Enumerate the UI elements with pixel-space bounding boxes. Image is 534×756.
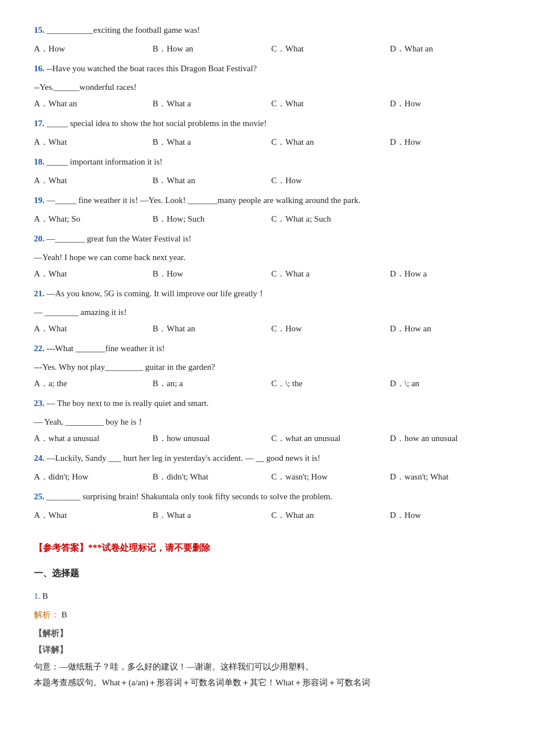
question-16: 16. --Have you watched the boat races th… [34, 61, 500, 76]
q22-optD: D．\; an [390, 376, 492, 391]
q16-options: A．What an B．What a C．What D．How [34, 96, 500, 111]
q18-optC: C．How [271, 173, 373, 188]
q24-optC: C．wasn't; How [271, 469, 373, 485]
question-18: 18. _____ important information it is! [34, 154, 500, 170]
question-15: 15. ___________exciting the football gam… [34, 23, 500, 38]
q19-optA: A．What; So [34, 211, 136, 227]
q15-options: A．How B．How an C．What D．What an [34, 41, 500, 57]
q20-optC: C．What a [271, 266, 373, 282]
q21-options: A．What B．What an C．How D．How an [34, 321, 500, 336]
q22-text: ---What _______fine weather it is! [47, 344, 165, 353]
q23-optC: C．what an unusual [271, 431, 373, 446]
question-21: 21. —As you know, 5G is coming. It will … [34, 286, 500, 301]
q17-text: _____ special idea to show the hot socia… [47, 119, 267, 128]
q18-options: A．What B．What an C．How [34, 173, 500, 188]
q16-subtext: --Yes.______wonderful races! [34, 80, 500, 95]
q19-optB: B．How; Such [153, 211, 254, 227]
q24-num: 24. [34, 453, 45, 463]
answer-section: 【参考答案】***试卷处理标记，请不要删除 一、选择题 1. B 解析： B 【… [34, 540, 500, 691]
q20-text: —_______ great fun the Water Festival is… [47, 234, 192, 243]
q21-optA: A．What [34, 321, 136, 336]
q18-text: _____ important information it is! [47, 157, 163, 166]
q15-optA: A．How [34, 41, 136, 57]
q17-optB: B．What a [153, 135, 254, 150]
bracket-label-2: 【详解】 [34, 645, 68, 654]
q22-optC: C．\; the [271, 376, 373, 391]
q19-optC: C．What a; Such [271, 211, 373, 227]
q22-num: 22. [34, 344, 45, 353]
question-23: 23. — The boy next to me is really quiet… [34, 396, 500, 411]
q18-num: 18. [34, 157, 45, 166]
q23-optD: D．how an unusual [390, 431, 492, 446]
q24-optD: D．wasn't; What [390, 469, 492, 485]
q20-optD: D．How a [390, 266, 492, 282]
bracket-xiangjie: 【详解】 [34, 642, 500, 658]
question-25: 25. ________ surprising brain! Shakuntal… [34, 489, 500, 504]
q20-options: A．What B．How C．What a D．How a [34, 266, 500, 282]
bracket-jiexi: 【解析】 [34, 626, 500, 641]
q21-subtext: — ________ amazing it is! [34, 305, 500, 320]
q22-subtext: ---Yes. Why not play_________ guitar in … [34, 360, 500, 375]
q15-num: 15. [34, 25, 45, 34]
q17-optC: C．What an [271, 135, 373, 150]
q21-optC: C．How [271, 321, 373, 336]
q25-options: A．What B．What a C．What an D．How [34, 508, 500, 523]
q25-optC: C．What an [271, 508, 373, 523]
q16-text: --Have you watched the boat races this D… [47, 64, 257, 73]
q20-optB: B．How [153, 266, 254, 282]
answer-val-1: B [42, 591, 48, 601]
q17-num: 17. [34, 119, 45, 128]
q20-num: 20. [34, 234, 45, 243]
analysis-label-1: 解析： [34, 610, 59, 619]
q19-num: 19. [34, 196, 45, 205]
q18-optB: B．What an [153, 173, 254, 188]
q23-num: 23. [34, 399, 45, 408]
q16-optD: D．How [390, 96, 492, 111]
q24-optA: A．didn't; How [34, 469, 136, 485]
answer-analysis-1: 解析： B [34, 607, 500, 623]
answer-header: 【参考答案】***试卷处理标记，请不要删除 [34, 540, 500, 556]
q16-optB: B．What a [153, 96, 254, 111]
q24-optB: B．didn't; What [153, 469, 254, 485]
q22-options: A．a; the B．an; a C．\; the D．\; an [34, 376, 500, 391]
q25-optD: D．How [390, 508, 492, 523]
q21-optB: B．What an [153, 321, 254, 336]
q21-num: 21. [34, 289, 45, 298]
question-17: 17. _____ special idea to show the hot s… [34, 116, 500, 131]
answer-item-1: 1. B [34, 589, 500, 604]
analysis-val-1: B [62, 610, 67, 619]
question-24: 24. —Luckily, Sandy ___ hurt her leg in … [34, 451, 500, 466]
q17-optD: D．How [390, 135, 492, 150]
question-19: 19. —_____ fine weather it is! —Yes. Loo… [34, 193, 500, 208]
q15-text: ___________exciting the football game wa… [47, 25, 201, 34]
q23-text: — The boy next to me is really quiet and… [47, 399, 209, 408]
q19-text: —_____ fine weather it is! —Yes. Look! _… [47, 196, 361, 205]
q22-optB: B．an; a [153, 376, 254, 391]
detail-line-2: 本题考查感叹句。What＋(a/an)＋形容词＋可数名词单数＋其它！What＋形… [34, 675, 500, 691]
q20-subtext: —Yeah! I hope we can come back next year… [34, 250, 500, 265]
section-title: 一、选择题 [34, 565, 500, 582]
q23-options: A．what a unusual B．how unusual C．what an… [34, 431, 500, 446]
q16-optA: A．What an [34, 96, 136, 111]
q18-optA: A．What [34, 173, 136, 188]
q25-optB: B．What a [153, 508, 254, 523]
questions-container: 15. ___________exciting the football gam… [34, 23, 500, 523]
q23-subtext: — Yeah, _________ boy he is！ [34, 414, 500, 430]
question-20: 20. —_______ great fun the Water Festiva… [34, 231, 500, 247]
q15-optB: B．How an [153, 41, 254, 57]
q21-text: —As you know, 5G is coming. It will impr… [47, 289, 266, 298]
q23-optB: B．how unusual [153, 431, 254, 446]
q24-options: A．didn't; How B．didn't; What C．wasn't; H… [34, 469, 500, 485]
q20-optA: A．What [34, 266, 136, 282]
q24-text: —Luckily, Sandy ___ hurt her leg in yest… [47, 453, 320, 463]
q17-optA: A．What [34, 135, 136, 150]
detail-line-1: 句意：—做纸瓶子？哇，多么好的建议！—谢谢。这样我们可以少用塑料。 [34, 659, 500, 675]
answer-num-1: 1. [34, 591, 40, 601]
question-22: 22. ---What _______fine weather it is! [34, 341, 500, 356]
q15-optD: D．What an [390, 41, 492, 57]
q16-optC: C．What [271, 96, 373, 111]
q25-num: 25. [34, 492, 45, 501]
q25-optA: A．What [34, 508, 136, 523]
q23-optA: A．what a unusual [34, 431, 136, 446]
q16-num: 16. [34, 64, 45, 73]
